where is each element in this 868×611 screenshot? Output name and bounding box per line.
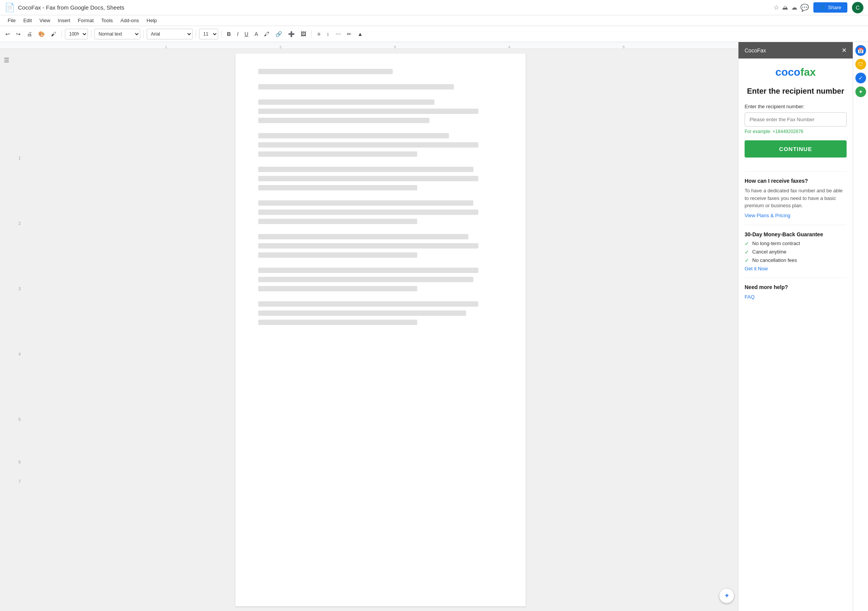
star-circle-icon[interactable]: ✦ bbox=[855, 86, 866, 97]
italic-button[interactable]: I bbox=[235, 29, 241, 39]
text-line bbox=[258, 167, 473, 172]
check-label-2: Cancel anytime bbox=[752, 249, 787, 255]
cloud-icon[interactable]: ☁ bbox=[791, 4, 797, 11]
text-line bbox=[258, 234, 468, 239]
faq-link[interactable]: FAQ bbox=[745, 294, 755, 300]
font-family-select[interactable]: Arial Times New Roman Verdana bbox=[147, 29, 193, 39]
cocofax-sidebar: CocoFax ✕ cocofax Enter the recipient nu… bbox=[738, 42, 853, 611]
check-label-1: No long-term contract bbox=[752, 240, 800, 246]
page-num-4: 4 bbox=[0, 352, 23, 356]
cocofax-logo: cocofax bbox=[745, 66, 847, 78]
text-line bbox=[258, 200, 473, 206]
ruler-mark-2: 2 bbox=[279, 45, 281, 49]
share-button[interactable]: 👤 Share bbox=[813, 2, 847, 13]
divider-3 bbox=[143, 30, 144, 38]
chat-icon[interactable]: 💬 bbox=[800, 3, 809, 12]
form-label: Enter the recipient number: bbox=[745, 104, 847, 109]
logo-coco: coco bbox=[776, 66, 800, 78]
how-to-receive-section: How can I receive faxes? To have a dedic… bbox=[745, 178, 847, 219]
toolbar: ↩ ↪ 🖨 🎨 🖌 100% 75% 125% Normal text Head… bbox=[0, 26, 868, 42]
get-it-now-link[interactable]: Get it Now bbox=[745, 266, 847, 271]
collapse-button[interactable]: ▲ bbox=[355, 29, 365, 39]
highlight-button[interactable]: 🖍 bbox=[262, 29, 272, 39]
mountain-icon[interactable]: ⛰ bbox=[782, 4, 788, 11]
text-line bbox=[258, 109, 478, 114]
link-button[interactable]: 🔗 bbox=[273, 29, 284, 39]
undo-button[interactable]: ↩ bbox=[3, 29, 12, 39]
check-label-3: No cancellation fees bbox=[752, 257, 797, 263]
text-line bbox=[258, 243, 478, 249]
text-line bbox=[258, 286, 417, 291]
paint-format-button[interactable]: 🎨 bbox=[36, 29, 47, 39]
menu-edit[interactable]: Edit bbox=[20, 17, 35, 24]
font-size-select[interactable]: 11 10 12 14 bbox=[199, 29, 218, 39]
page-num-6: 6 bbox=[0, 460, 23, 464]
redo-button[interactable]: ↪ bbox=[14, 29, 23, 39]
money-back-section: 30-Day Money-Back Guarantee ✓ No long-te… bbox=[745, 231, 847, 271]
align-button[interactable]: ≡ bbox=[315, 29, 322, 39]
more-button[interactable]: ⋯ bbox=[333, 29, 343, 39]
zoom-select[interactable]: 100% 75% 125% bbox=[65, 29, 88, 39]
shield-icon[interactable]: 🛡 bbox=[855, 59, 866, 70]
far-right-panel: 📅 🛡 ✓ ✦ bbox=[853, 42, 868, 611]
pen-button[interactable]: ✏ bbox=[345, 29, 354, 39]
divider-money-back bbox=[745, 225, 847, 225]
left-margin: ☰ 1 2 3 4 5 6 7 bbox=[0, 49, 23, 611]
divider-more-help bbox=[745, 278, 847, 278]
check-icon-2: ✓ bbox=[745, 249, 749, 255]
print-button[interactable]: 🖨 bbox=[24, 29, 34, 39]
text-line bbox=[258, 133, 449, 138]
font-style-select[interactable]: Normal text Heading 1 Heading 2 bbox=[94, 29, 140, 39]
avatar[interactable]: C bbox=[852, 2, 863, 13]
insert-button[interactable]: ➕ bbox=[286, 29, 297, 39]
text-line bbox=[258, 320, 417, 325]
page-num-5: 5 bbox=[0, 418, 23, 422]
menu-help[interactable]: Help bbox=[144, 17, 160, 24]
text-line bbox=[258, 142, 478, 148]
calendar-icon[interactable]: 📅 bbox=[855, 45, 866, 56]
menu-file[interactable]: File bbox=[5, 17, 19, 24]
divider-4 bbox=[196, 30, 196, 38]
check-item-2: ✓ Cancel anytime bbox=[745, 249, 847, 255]
text-line bbox=[258, 268, 478, 273]
divider-5 bbox=[221, 30, 222, 38]
underline-button[interactable]: U bbox=[242, 29, 251, 39]
menu-bar: File Edit View Insert Format Tools Add-o… bbox=[0, 15, 868, 26]
menu-format[interactable]: Format bbox=[75, 17, 97, 24]
more-help-heading: Need more help? bbox=[745, 284, 847, 290]
text-line bbox=[258, 118, 429, 123]
ruler: 1 2 3 4 5 bbox=[0, 42, 738, 49]
continue-button[interactable]: CONTINUE bbox=[745, 140, 847, 158]
docs-icon: 📄 bbox=[5, 3, 15, 13]
example-text: For example: +18449202876 bbox=[745, 129, 847, 134]
logo-fax: fax bbox=[800, 66, 816, 78]
star-icon[interactable]: ☆ bbox=[774, 4, 779, 11]
page-num-7: 7 bbox=[0, 479, 23, 484]
check-circle-icon[interactable]: ✓ bbox=[855, 73, 866, 83]
view-plans-link[interactable]: View Plans & Pricing bbox=[745, 213, 790, 218]
sidebar-close-button[interactable]: ✕ bbox=[842, 47, 847, 54]
text-line bbox=[258, 84, 454, 89]
menu-view[interactable]: View bbox=[36, 17, 53, 24]
window-title: CocoFax - Fax from Google Docs, Sheets bbox=[18, 4, 771, 11]
how-to-receive-heading: How can I receive faxes? bbox=[745, 178, 847, 184]
bold-button[interactable]: B bbox=[225, 29, 233, 39]
text-line bbox=[258, 99, 434, 105]
menu-addons[interactable]: Add-ons bbox=[117, 17, 142, 24]
ruler-mark-5: 5 bbox=[623, 45, 625, 49]
check-icon-3: ✓ bbox=[745, 257, 749, 263]
ruler-area: 1 2 3 4 5 ☰ 1 2 3 4 5 6 7 bbox=[0, 42, 738, 611]
font-color-button[interactable]: A bbox=[252, 29, 260, 39]
paint-button[interactable]: 🖌 bbox=[49, 29, 58, 39]
menu-tools[interactable]: Tools bbox=[98, 17, 116, 24]
menu-insert[interactable]: Insert bbox=[55, 17, 73, 24]
doc-area[interactable]: ☰ 1 2 3 4 5 6 7 bbox=[0, 49, 738, 611]
image-button[interactable]: 🖼 bbox=[298, 29, 308, 39]
fax-number-input[interactable] bbox=[745, 112, 847, 127]
line-spacing-button[interactable]: ↕ bbox=[324, 29, 332, 39]
ai-assist-button[interactable]: ✦ bbox=[719, 588, 734, 603]
money-back-heading: 30-Day Money-Back Guarantee bbox=[745, 231, 847, 237]
divider-how-to bbox=[745, 171, 847, 172]
how-to-receive-text: To have a dedicated fax number and be ab… bbox=[745, 187, 847, 210]
main-layout: 1 2 3 4 5 ☰ 1 2 3 4 5 6 7 bbox=[0, 42, 868, 611]
